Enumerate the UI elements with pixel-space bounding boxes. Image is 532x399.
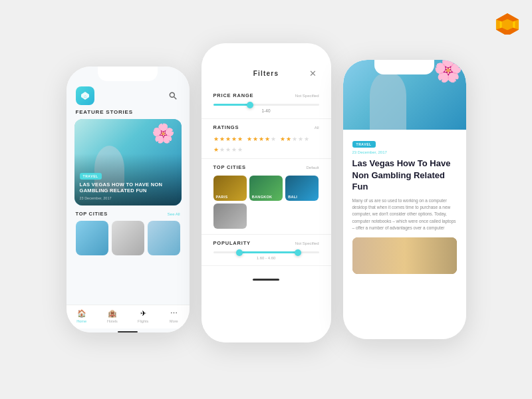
star-2: ★ — [253, 136, 258, 142]
price-slider-track[interactable] — [213, 104, 319, 106]
price-range-note: Not Specified — [295, 94, 319, 98]
article-title: Las Vegas How To Have Non Gambling Relat… — [352, 158, 457, 193]
ratings-section: Ratings All ★ ★ ★ ★ ★ ★ ★ ★ ★ ★ — [201, 119, 331, 159]
article-excerpt: Many of us are so used to working on a c… — [352, 198, 457, 232]
star-3: ★ — [259, 136, 264, 142]
star-1: ★ — [213, 136, 219, 142]
city-thumb-1[interactable] — [76, 221, 108, 255]
star-3: ★ — [225, 146, 231, 153]
nav-hotels-label: Hotels — [107, 319, 118, 323]
article-thumbnail — [352, 237, 457, 274]
2-star-group[interactable]: ★ ★ ★ ★ ★ — [213, 146, 243, 153]
range-thumb-left[interactable] — [236, 249, 243, 256]
hotels-nav-icon: 🏨 — [108, 309, 117, 318]
ratings-title: Ratings — [213, 124, 239, 130]
star-4: ★ — [265, 136, 270, 142]
bali-label: Bali — [288, 195, 297, 199]
more-nav-icon: ⋯ — [170, 309, 178, 318]
see-all-link[interactable]: See All — [168, 212, 180, 216]
star-1: ★ — [213, 146, 219, 153]
svg-line-8 — [174, 97, 176, 100]
price-slider-value: 1-40 — [213, 108, 319, 113]
star-3: ★ — [292, 136, 297, 142]
phone-home: ⌂ Feature Stories Travel Las Vegas How T… — [66, 66, 190, 332]
close-button[interactable]: ✕ — [307, 67, 319, 79]
star-4: ★ — [231, 136, 237, 142]
4-star-group[interactable]: ★ ★ ★ ★ ★ — [247, 136, 276, 142]
nav-flights[interactable]: ✈ Flights — [128, 309, 158, 323]
paris-label: Paris — [216, 195, 228, 199]
svg-text:⌂: ⌂ — [83, 94, 86, 98]
cities-grid: Paris Bangkok Bali — [213, 176, 319, 229]
5-star-group[interactable]: ★ ★ ★ ★ ★ — [213, 136, 243, 142]
star-1: ★ — [280, 136, 285, 142]
nav-flights-label: Flights — [138, 319, 148, 323]
sketch-icon — [495, 12, 520, 35]
star-3: ★ — [225, 136, 231, 142]
card-title: Las Vegas How To Have Non Gambling Relat… — [80, 182, 176, 195]
star-5: ★ — [237, 146, 243, 153]
home-indicator-2 — [201, 266, 331, 286]
article-date: 23 December, 2017 — [352, 150, 457, 154]
paris-card[interactable]: Paris — [213, 176, 247, 201]
star-5: ★ — [237, 136, 243, 142]
cities-section-title: Top Cities — [76, 211, 108, 217]
star-5: ★ — [271, 136, 276, 142]
phone-article: Travel 23 December, 2017 Las Vegas How T… — [343, 60, 466, 339]
popularity-range-value: 1.60 - 4.60 — [213, 256, 319, 260]
feature-card[interactable]: Travel Las Vegas How To Have Non Gamblin… — [74, 119, 182, 205]
star-5: ★ — [304, 136, 309, 142]
home-nav-icon: 🏠 — [77, 309, 86, 318]
3-star-group[interactable]: ★ ★ ★ ★ ★ — [280, 136, 309, 142]
range-thumb-right[interactable] — [295, 249, 301, 256]
star-4: ★ — [298, 136, 303, 142]
nav-home[interactable]: 🏠 Home — [66, 309, 97, 323]
star-1: ★ — [247, 136, 252, 142]
star-ratings: ★ ★ ★ ★ ★ ★ ★ ★ ★ ★ ★ ★ ★ ★ — [213, 136, 319, 153]
article-hero-image — [343, 60, 466, 130]
price-range-section: Price Range Not Specified 1-40 — [201, 87, 331, 119]
price-range-title: Price Range — [213, 92, 254, 98]
flights-nav-icon: ✈ — [140, 309, 146, 318]
star-2: ★ — [219, 146, 225, 153]
top-cities-section: Top Cities Default Paris Bangkok Bali — [201, 159, 331, 235]
article-category-badge: Travel — [352, 141, 376, 148]
star-2: ★ — [286, 136, 291, 142]
top-cities-title: Top Cities — [213, 164, 246, 170]
bangkok-card[interactable]: Bangkok — [249, 176, 283, 201]
city4-card[interactable] — [213, 203, 247, 229]
feature-stories-label: Feature Stories — [66, 109, 190, 119]
nav-more[interactable]: ⋯ More — [158, 309, 189, 323]
top-cities-note: Default — [306, 166, 319, 170]
bangkok-label: Bangkok — [252, 195, 273, 199]
bali-card[interactable]: Bali — [285, 176, 319, 201]
phone-filters: Filters ✕ Price Range Not Specified 1-40… — [201, 43, 331, 342]
home-indicator — [118, 331, 138, 332]
bottom-navigation: 🏠 Home 🏨 Hotels ✈ Flights ⋯ More — [66, 305, 190, 329]
nav-hotels[interactable]: 🏨 Hotels — [97, 309, 128, 323]
star-4: ★ — [231, 146, 237, 153]
star-2: ★ — [219, 136, 225, 142]
nav-home-label: Home — [76, 319, 86, 323]
popularity-note: Not Specified — [295, 241, 319, 245]
city-thumb-3[interactable] — [148, 221, 180, 255]
popularity-section: Popularity Not Specified 1.60 - 4.60 — [201, 235, 331, 266]
city-thumbnails — [76, 221, 180, 255]
search-button[interactable] — [166, 88, 180, 103]
hero-woman-image — [370, 73, 406, 130]
svg-point-7 — [170, 92, 174, 97]
nav-more-label: More — [170, 319, 178, 323]
travel-badge: Travel — [80, 173, 102, 180]
app-logo: ⌂ — [76, 86, 94, 105]
filters-title: Filters — [225, 70, 307, 77]
city-thumb-2[interactable] — [112, 221, 144, 255]
popularity-range-track[interactable] — [213, 251, 319, 253]
popularity-title: Popularity — [213, 240, 251, 246]
ratings-note: All — [315, 126, 319, 130]
article-content: Travel 23 December, 2017 Las Vegas How T… — [343, 130, 466, 339]
card-date: 23 December, 2017 — [80, 196, 176, 200]
